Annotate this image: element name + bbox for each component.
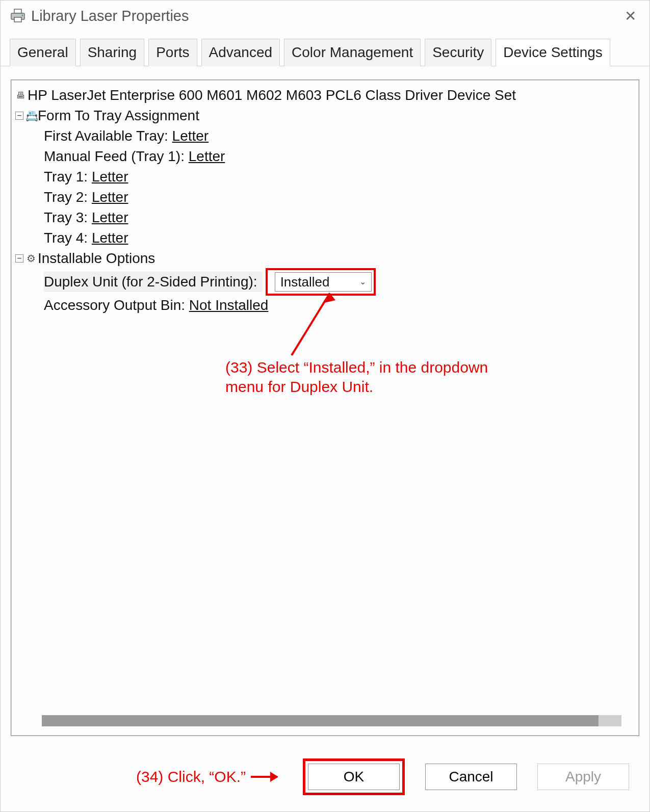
tab-security[interactable]: Security	[425, 39, 491, 66]
setting-label: Manual Feed (Tray 1):	[44, 146, 185, 167]
tree-item-tray3[interactable]: Tray 3: Letter	[15, 207, 635, 228]
tab-device-settings[interactable]: Device Settings	[496, 39, 610, 66]
options-group-icon: ⚙	[25, 248, 37, 269]
duplex-unit-dropdown[interactable]: Installed ⌄	[275, 272, 372, 292]
setting-value[interactable]: Letter	[189, 146, 225, 167]
tab-color-management[interactable]: Color Management	[284, 39, 421, 66]
scrollbar-thumb[interactable]	[42, 715, 599, 726]
tree-item-manual-feed[interactable]: Manual Feed (Tray 1): Letter	[15, 146, 635, 167]
collapse-icon[interactable]: −	[15, 254, 23, 263]
callout-text-34: (34) Click, “OK.”	[136, 768, 277, 785]
tree-item-duplex-unit[interactable]: Duplex Unit (for 2-Sided Printing): Inst…	[15, 269, 635, 295]
setting-value[interactable]: Not Installed	[189, 295, 269, 316]
tree-item-tray1[interactable]: Tray 1: Letter	[15, 167, 635, 187]
setting-value[interactable]: Letter	[92, 187, 128, 207]
tab-advanced[interactable]: Advanced	[201, 39, 280, 66]
setting-value[interactable]: Letter	[92, 167, 128, 187]
tab-general[interactable]: General	[10, 39, 76, 66]
cancel-button[interactable]: Cancel	[425, 764, 517, 790]
chevron-down-icon: ⌄	[359, 272, 366, 292]
tree-group-label: Form To Tray Assignment	[38, 106, 199, 126]
svg-rect-0	[14, 9, 21, 13]
setting-label: Tray 4:	[44, 228, 88, 248]
svg-point-3	[22, 15, 23, 16]
close-icon[interactable]: ✕	[620, 8, 640, 24]
titlebar: Library Laser Properties ✕	[1, 1, 649, 31]
apply-button: Apply	[537, 764, 629, 790]
tree-group-form-to-tray[interactable]: − 📇 Form To Tray Assignment	[15, 106, 635, 126]
svg-rect-2	[14, 17, 21, 22]
tree-root-node[interactable]: 🖶 HP LaserJet Enterprise 600 M601 M602 M…	[15, 85, 635, 106]
tab-sharing[interactable]: Sharing	[80, 39, 145, 66]
setting-label: Duplex Unit (for 2-Sided Printing):	[44, 274, 257, 290]
tree-item-first-tray[interactable]: First Available Tray: Letter	[15, 126, 635, 146]
callout-text-33: (33) Select “Installed,” in the dropdown…	[225, 358, 490, 396]
collapse-icon[interactable]: −	[15, 112, 23, 120]
printer-icon	[10, 9, 26, 23]
tab-bar: General Sharing Ports Advanced Color Man…	[1, 31, 649, 66]
callout-highlight-dropdown: Installed ⌄	[266, 268, 376, 296]
ok-button[interactable]: OK	[308, 764, 400, 790]
arrow-right-icon	[251, 776, 277, 778]
callout-highlight-ok: OK	[303, 758, 405, 795]
tree-root-label: HP LaserJet Enterprise 600 M601 M602 M60…	[28, 85, 516, 106]
horizontal-scrollbar[interactable]	[42, 715, 621, 726]
setting-label: First Available Tray:	[44, 126, 168, 146]
properties-window: Library Laser Properties ✕ General Shari…	[0, 0, 650, 812]
setting-value[interactable]: Letter	[92, 228, 128, 248]
setting-label: Tray 1:	[44, 167, 88, 187]
tree-group-installable-options[interactable]: − ⚙ Installable Options	[15, 248, 635, 269]
setting-label: Tray 3:	[44, 207, 88, 228]
tree-item-tray2[interactable]: Tray 2: Letter	[15, 187, 635, 207]
tree-group-label: Installable Options	[38, 248, 155, 269]
setting-value[interactable]: Letter	[92, 207, 128, 228]
tree-item-tray4[interactable]: Tray 4: Letter	[15, 228, 635, 248]
device-settings-tree: 🖶 HP LaserJet Enterprise 600 M601 M602 M…	[11, 80, 639, 736]
dialog-footer: (34) Click, “OK.” OK Cancel Apply	[1, 746, 649, 811]
tree-item-accessory-bin[interactable]: Accessory Output Bin: Not Installed	[15, 295, 635, 316]
tray-group-icon: 📇	[25, 106, 37, 126]
setting-label: Tray 2:	[44, 187, 88, 207]
printer-small-icon: 🖶	[15, 85, 27, 106]
setting-value[interactable]: Letter	[172, 126, 209, 146]
callout-34-label: (34) Click, “OK.”	[136, 768, 246, 785]
content-pane: 🖶 HP LaserJet Enterprise 600 M601 M602 M…	[1, 66, 649, 746]
tab-ports[interactable]: Ports	[148, 39, 197, 66]
setting-label: Accessory Output Bin:	[44, 295, 185, 316]
dropdown-value: Installed	[280, 272, 330, 292]
window-title: Library Laser Properties	[31, 8, 620, 24]
